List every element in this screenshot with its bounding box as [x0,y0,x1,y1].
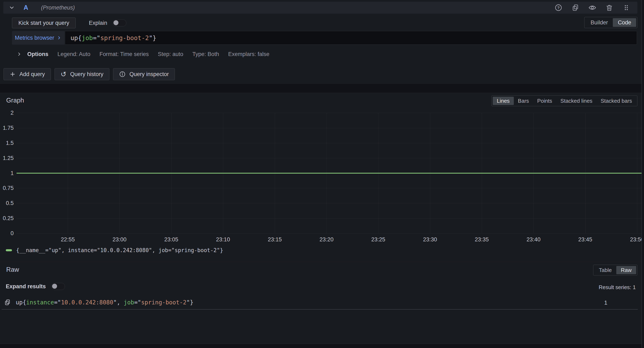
promql-query-input[interactable]: up{job="spring-boot-2"} [65,31,637,45]
toggle-knob [52,284,57,289]
raw-series-expression: up{instance="10.0.0.242:8080", job="spri… [16,299,194,306]
gridline-h [16,158,642,158]
expand-results-toggle[interactable] [51,283,65,290]
options-legend: Legend: Auto [58,51,90,58]
y-axis: 21.751.51.2510.750.50.250 [0,113,14,233]
query-actions: Add query ↺ Query history Query inspecto… [4,68,175,80]
query-history-label: Query history [70,71,104,78]
x-tick-label: 22:55 [61,236,75,243]
y-tick-label: 1 [10,170,14,176]
plus-icon [10,71,16,77]
raw-token: =" [134,299,141,306]
y-tick-label: 0 [10,230,14,236]
raw-token: spring-boot-2 [141,299,186,306]
code-mode-tab[interactable]: Code [613,18,636,27]
editor-mode-toggle: Builder Code [584,17,638,28]
trash-icon[interactable] [605,4,614,12]
metrics-browser-button[interactable]: Metrics browser [12,31,64,45]
copy-icon[interactable] [4,299,11,306]
legend-swatch[interactable] [6,249,12,251]
add-query-label: Add query [20,71,45,78]
raw-panel-title: Raw [6,266,19,274]
eye-icon[interactable] [588,4,596,12]
x-tick-label: 23:20 [320,236,334,243]
query-token: spring-boot-2 [100,34,149,42]
history-icon: ↺ [60,71,66,78]
options-format: Format: Time series [100,51,149,58]
x-axis: 22:5523:0023:0523:1023:1523:2023:2523:30… [16,236,642,245]
mode-stacked-lines-tab[interactable]: Stacked lines [556,97,597,105]
options-step: Step: auto [158,51,183,58]
raw-row-divider [2,309,638,310]
y-tick-label: 1.75 [3,124,14,131]
options-label[interactable]: Options [27,51,48,58]
query-ref-id: A [24,4,28,11]
raw-series-value: 1 [600,300,611,306]
copy-icon[interactable] [571,4,580,12]
drag-handle-icon[interactable] [622,4,630,12]
view-table-tab[interactable]: Table [594,266,616,274]
raw-view-mode-toggle: Table Raw [593,265,638,276]
raw-token: job [124,299,134,306]
question-circle-icon[interactable]: ? [554,4,562,12]
graph-legend: {__name__="up", instance="10.0.0.242:808… [6,247,223,253]
metrics-browser-label: Metrics browser [15,35,54,41]
info-circle-icon [119,71,126,78]
mode-bars-tab[interactable]: Bars [514,97,533,105]
expand-results-label: Expand results [6,283,46,290]
mode-points-tab[interactable]: Points [533,97,556,105]
y-tick-label: 1.25 [3,155,14,161]
raw-token: =" [54,299,61,306]
x-tick-label: 23:15 [268,236,282,243]
query-token: up{ [70,34,82,42]
chevron-down-icon[interactable] [9,4,15,11]
graph-panel: Graph Lines Bars Points Stacked lines St… [0,93,642,262]
y-tick-label: 2 [10,110,14,116]
y-tick-label: 0.5 [6,200,14,206]
gridline-h [16,188,642,188]
kick-start-query-button[interactable]: Kick start your query [12,18,76,28]
query-toolbar: Kick start your query Explain [12,17,126,28]
x-tick-label: 23:05 [164,236,178,243]
scrollbar-track[interactable] [642,0,644,348]
svg-text:?: ? [557,6,560,10]
options-summary: Legend: Auto Format: Time series Step: a… [58,51,269,58]
chevron-right-icon[interactable] [16,52,22,57]
plot-area [16,113,642,233]
explain-control: Explain [89,20,126,26]
gridline-h [16,143,642,143]
x-tick-label: 23:40 [526,236,541,243]
builder-mode-tab[interactable]: Builder [586,18,613,27]
x-tick-label: 23:00 [113,236,127,243]
x-tick-label: 23:30 [423,236,437,243]
x-tick-label: 23:25 [371,236,385,243]
x-tick-label: 23:45 [578,236,592,243]
gridline-h [16,113,642,113]
series-line [16,173,642,174]
mode-lines-tab[interactable]: Lines [493,97,514,105]
options-type: Type: Both [192,51,219,58]
toggle-knob [114,20,118,25]
datasource-label: (Prometheus) [41,4,75,11]
explain-toggle[interactable] [113,20,126,26]
query-token: =" [93,34,100,42]
raw-result-row: up{instance="10.0.0.242:8080", job="spri… [4,298,194,307]
gridline-h [16,218,642,218]
query-row-header: A (Prometheus) ? [3,2,638,14]
query-token: job [82,34,93,42]
query-inspector-button[interactable]: Query inspector [113,68,175,80]
query-history-button[interactable]: ↺ Query history [54,68,109,80]
query-row-actions: ? [554,4,638,12]
options-row: Options Legend: Auto Format: Time series… [16,49,269,59]
add-query-button[interactable]: Add query [4,68,51,80]
raw-token: ", [113,299,124,306]
query-inspector-label: Query inspector [130,71,169,78]
y-tick-label: 0.25 [3,215,14,222]
legend-series-label[interactable]: {__name__="up", instance="10.0.0.242:808… [16,247,223,253]
raw-token: up{ [16,299,26,306]
x-tick-label: 23:10 [216,236,230,243]
mode-stacked-bars-tab[interactable]: Stacked bars [596,97,636,105]
view-raw-tab[interactable]: Raw [616,266,636,274]
graph-panel-title: Graph [6,97,24,104]
options-exemplars: Exemplars: false [228,51,270,58]
